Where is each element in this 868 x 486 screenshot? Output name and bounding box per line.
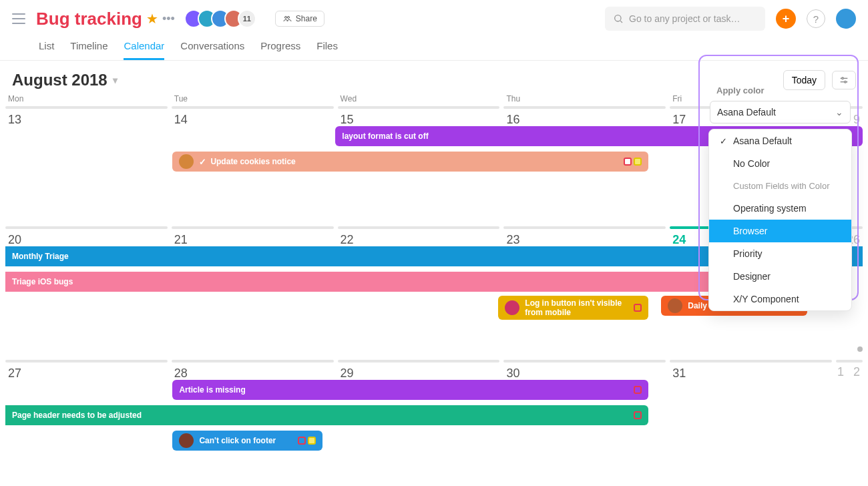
search-placeholder: Go to any project or task…	[629, 13, 740, 24]
project-actions-icon[interactable]: •••	[162, 12, 175, 26]
task-bar[interactable]: ✓ Update cookies notice	[172, 152, 648, 172]
member-overflow-count[interactable]: 11	[238, 9, 256, 28]
task-title: Triage iOS bugs	[12, 277, 73, 286]
date-cell[interactable]: 13	[5, 111, 168, 128]
color-dropdown: ✓Asana Default No Color Custom Fields wi…	[708, 129, 852, 311]
task-bar[interactable]: Page header needs to be adjusted	[5, 405, 648, 425]
help-button[interactable]: ?	[807, 9, 825, 28]
more-indicator-dot[interactable]	[857, 346, 863, 352]
task-title: Page header needs to be adjusted	[12, 411, 142, 420]
date-cell[interactable]: 31	[670, 365, 832, 382]
option-label: Browser	[733, 226, 767, 236]
dow-thu: Thu	[503, 94, 666, 106]
option-label: No Color	[733, 158, 770, 169]
chevron-down-icon: ▾	[113, 75, 118, 85]
color-option-os[interactable]: Operating system	[709, 197, 851, 220]
topbar-left: Bug tracking ★ ••• 11 Share	[11, 9, 324, 29]
tab-list[interactable]: List	[39, 40, 54, 60]
tab-calendar[interactable]: Calendar	[124, 40, 164, 60]
project-tabs: List Timeline Calendar Conversations Pro…	[0, 31, 868, 61]
project-members[interactable]: 11	[190, 9, 256, 28]
chevron-down-icon: ⌄	[835, 107, 843, 117]
project-title[interactable]: Bug tracking	[36, 9, 142, 29]
date-cell[interactable]: 14	[172, 111, 334, 128]
people-icon	[282, 15, 292, 23]
tab-conversations[interactable]: Conversations	[180, 40, 244, 60]
color-settings-popover: Apply color Asana Default ⌄ ✓Asana Defau…	[708, 83, 852, 311]
task-bar[interactable]: Log in button isn't visible from mobile	[498, 296, 648, 320]
date-sat: 1	[837, 365, 844, 382]
svg-point-1	[287, 17, 289, 19]
search-icon	[613, 13, 624, 24]
task-title: layout format is cut off	[342, 132, 428, 141]
week-row: 27 28 29 30 31 1 2 Article is missing Pa…	[0, 360, 868, 480]
task-bar[interactable]: Article is missing	[172, 380, 648, 400]
date-cell[interactable]: 27	[5, 365, 168, 382]
completed-check-icon: ✓	[199, 157, 206, 167]
color-select[interactable]: Asana Default ⌄	[710, 101, 851, 124]
svg-point-2	[615, 15, 621, 21]
check-icon: ✓	[718, 136, 728, 146]
field-chip	[624, 158, 632, 166]
color-select-value: Asana Default	[717, 107, 776, 117]
task-title: Article is missing	[179, 385, 245, 395]
option-label: X/Y Component	[733, 294, 799, 304]
tab-timeline[interactable]: Timeline	[70, 40, 107, 60]
task-bar[interactable]: Triage iOS bugs	[5, 272, 807, 292]
date-cell-weekend[interactable]: 1 2	[836, 365, 863, 382]
color-option-none[interactable]: No Color	[709, 152, 851, 175]
svg-point-6	[842, 77, 844, 79]
option-label: Designer	[733, 271, 771, 282]
share-button[interactable]: Share	[275, 11, 324, 27]
assignee-avatar	[179, 433, 194, 448]
apply-color-label: Apply color	[716, 85, 852, 95]
field-chip	[308, 437, 316, 445]
assignee-avatar	[668, 298, 682, 313]
svg-point-0	[284, 17, 286, 19]
current-month: August 2018	[12, 71, 107, 89]
task-bar[interactable]: Can't click on footer	[172, 431, 322, 451]
share-label: Share	[296, 14, 317, 23]
favorite-star-icon[interactable]: ★	[146, 11, 158, 27]
color-option-xy[interactable]: X/Y Component	[709, 288, 851, 310]
option-label: Operating system	[733, 203, 807, 214]
color-option-designer[interactable]: Designer	[709, 265, 851, 288]
field-chip	[298, 437, 306, 445]
month-picker[interactable]: August 2018 ▾	[12, 71, 118, 89]
field-chip	[634, 158, 642, 166]
assignee-avatar	[179, 154, 194, 169]
color-option-default[interactable]: ✓Asana Default	[709, 130, 851, 152]
field-chip	[634, 304, 642, 312]
tab-progress[interactable]: Progress	[260, 40, 300, 60]
topbar-right: Go to any project or task… + ?	[605, 7, 856, 31]
quick-add-button[interactable]: +	[776, 9, 796, 29]
task-title: Can't click on footer	[199, 436, 276, 445]
topbar: Bug tracking ★ ••• 11 Share Go to any pr…	[0, 0, 868, 31]
project-title-block: Bug tracking ★ •••	[36, 9, 175, 29]
option-label: Priority	[733, 248, 763, 259]
field-chip	[634, 411, 642, 419]
field-chip	[634, 386, 642, 394]
date-sun: 2	[853, 365, 860, 382]
task-title: Monthly Triage	[12, 252, 69, 261]
dropdown-section-label: Custom Fields with Color	[709, 175, 851, 197]
hamburger-menu-icon[interactable]	[11, 11, 27, 27]
dow-tue: Tue	[172, 94, 334, 106]
global-search[interactable]: Go to any project or task…	[605, 7, 765, 31]
current-user-avatar[interactable]	[836, 9, 856, 29]
section-label: Custom Fields with Color	[733, 181, 830, 191]
task-title: Log in button isn't visible from mobile	[525, 298, 634, 318]
dow-wed: Wed	[338, 94, 500, 106]
tab-files[interactable]: Files	[316, 40, 338, 60]
dow-mon: Mon	[5, 94, 168, 106]
assignee-avatar	[505, 300, 519, 315]
color-option-browser[interactable]: Browser	[709, 220, 851, 242]
task-title: Update cookies notice	[210, 157, 295, 166]
svg-line-3	[620, 21, 622, 23]
option-label: Asana Default	[733, 136, 792, 146]
color-option-priority[interactable]: Priority	[709, 242, 851, 265]
